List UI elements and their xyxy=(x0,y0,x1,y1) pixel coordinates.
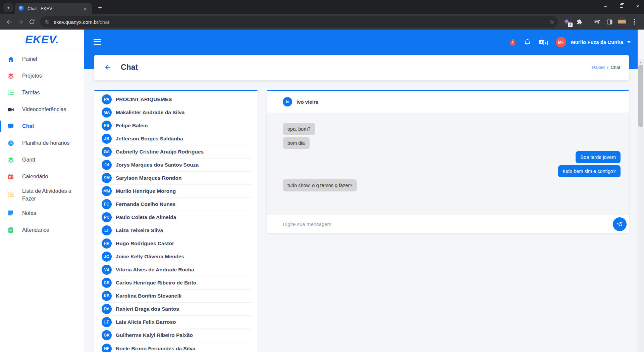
contact-name: Paulo Coleta de Almeida xyxy=(116,214,176,220)
contact-list-item[interactable]: Rd Ranieri Braga dos Santos xyxy=(100,303,252,316)
sidebar-item[interactable]: Attendance xyxy=(0,221,84,238)
timer-button[interactable] xyxy=(509,39,516,46)
home-icon xyxy=(7,56,14,63)
media-controls-button[interactable] xyxy=(592,17,602,27)
scrollbar-thumb[interactable] xyxy=(638,65,643,127)
message-composer xyxy=(267,215,629,233)
bookmark-star-icon[interactable]: ☆ xyxy=(549,18,554,26)
contact-avatar: LF xyxy=(102,317,112,327)
user-avatar[interactable]: MF xyxy=(556,37,566,47)
contact-name: Ranieri Braga dos Santos xyxy=(116,306,179,312)
page-scrollbar[interactable]: ▲ ▼ xyxy=(638,59,644,352)
contact-list-item[interactable]: JO Joice Kelly Oliveira Mendes xyxy=(100,250,252,263)
tab-favicon xyxy=(19,6,24,11)
notifications-button[interactable] xyxy=(524,39,531,46)
contact-list-item[interactable]: PA PROCINT ARIQUEMES xyxy=(100,93,252,106)
contact-list-item[interactable]: MM Murilo Henrique Morong xyxy=(100,185,252,198)
contact-avatar: Vd xyxy=(102,265,112,275)
clipboard-check-icon xyxy=(7,226,14,233)
sidebar-item[interactable]: Videoconferências xyxy=(0,101,84,118)
browser-menu-button[interactable] xyxy=(629,17,639,27)
user-name[interactable]: Murilo Fuza da Cunha xyxy=(571,39,623,45)
send-button[interactable] xyxy=(613,217,627,231)
breadcrumb-painel-link[interactable]: Painel xyxy=(592,65,605,70)
sidebar-item[interactable]: Gantt xyxy=(0,151,84,168)
chat-peer-header: iv ivo vieira xyxy=(267,91,629,113)
contact-avatar: KB xyxy=(102,291,112,301)
contact-list-item[interactable]: SM Sarylson Marques Rondon xyxy=(100,172,252,185)
contact-list-item[interactable]: MA Makalister Andrade da Silva xyxy=(100,106,252,119)
breadcrumb-separator: / xyxy=(607,65,608,70)
contact-list-item[interactable]: GK Guilherme Kalyl Ribeiro Paixão xyxy=(100,329,252,342)
chevron-down-icon[interactable] xyxy=(627,41,631,43)
message-input[interactable] xyxy=(283,221,613,227)
layers-icon xyxy=(7,157,14,164)
contact-list-item[interactable]: KB Karolina Bonfim Stevanelli xyxy=(100,290,252,303)
logo-container[interactable]: EKEV. xyxy=(0,30,84,50)
calendar-icon xyxy=(7,173,14,180)
contact-avatar: SM xyxy=(102,173,112,183)
svg-text:★: ★ xyxy=(544,41,547,44)
navbar-right: A★ MF Murilo Fuza da Cunha xyxy=(509,30,631,55)
back-button[interactable] xyxy=(3,16,15,28)
tab-search-caret-icon[interactable]: ▾ xyxy=(3,3,13,12)
contact-list-item[interactable]: Jd Jorys Marques dos Santos Souza xyxy=(100,159,252,172)
contact-list-item[interactable]: FB Felipe Balem xyxy=(100,119,252,132)
svg-text:A: A xyxy=(540,40,543,44)
url-path: /chat xyxy=(98,19,109,25)
chat-message-bubble: opa, bom? xyxy=(283,123,315,135)
peer-name: ivo vieira xyxy=(297,99,318,105)
contact-list-item[interactable]: LF Laís Alicia Felix Barroso xyxy=(100,316,252,329)
breadcrumb: Painel / Chat xyxy=(592,65,620,70)
window-minimize-button[interactable]: – xyxy=(602,2,609,10)
sidebar-item[interactable]: Chat xyxy=(0,118,84,135)
contact-list-item[interactable]: FC Fernanda Coelho Nunes xyxy=(100,198,252,211)
contact-list-item[interactable]: HR Hugo Rodrigues Castor xyxy=(100,237,252,250)
contact-list-item[interactable]: LT Laiza Teixeira Silva xyxy=(100,224,252,237)
browser-tab[interactable]: Chat - EKEV × xyxy=(15,3,92,14)
sidebar-item[interactable]: Lista de Atividades a Fazer xyxy=(0,185,84,205)
sidebar-item[interactable]: Projetos xyxy=(0,68,84,84)
window-controls: – ✕ xyxy=(602,0,641,12)
chat-message-bubble: Boa tarde jovem xyxy=(576,151,621,163)
forward-button[interactable] xyxy=(15,16,26,28)
password-extension-button[interactable]: 2 xyxy=(562,17,572,27)
contact-name: Jefferson Borges Saldanha xyxy=(116,136,183,142)
back-button-page[interactable] xyxy=(104,64,111,71)
contact-list-item[interactable]: Vd Vitoria Alves de Andrade Rocha xyxy=(100,263,252,276)
extension-badge: 2 xyxy=(568,23,573,27)
sidebar-item[interactable]: Calendário xyxy=(0,168,84,185)
new-tab-button[interactable]: + xyxy=(96,4,104,12)
contact-name: Fernanda Coelho Nunes xyxy=(116,201,175,207)
peer-avatar: iv xyxy=(283,97,292,106)
browser-profile-button[interactable] xyxy=(617,17,627,27)
browser-tab-strip: ▾ Chat - EKEV × + – ✕ xyxy=(0,0,644,14)
sidebar-item[interactable]: Tarefas xyxy=(0,84,84,101)
url-text[interactable]: ekev.quanyx.com.br/chat xyxy=(54,19,547,25)
sidebar-item[interactable]: Painel xyxy=(0,51,84,68)
contact-list-item[interactable]: JB Jefferson Borges Saldanha xyxy=(100,132,252,145)
contact-list-item[interactable]: GA Gabrielly Cristine Araújo Rodrigues xyxy=(100,145,252,159)
contact-list-item[interactable]: NF Noele Bruno Fernandes da Silva xyxy=(100,342,252,352)
contact-avatar: JO xyxy=(102,252,112,262)
side-panel-icon xyxy=(606,19,613,25)
tab-close-icon[interactable]: × xyxy=(82,5,89,12)
hamburger-menu-icon[interactable] xyxy=(94,39,101,45)
language-button[interactable]: A★ xyxy=(539,39,548,45)
contact-list-item[interactable]: CR Carlos Henrique Ribeiro de Brito xyxy=(100,276,252,290)
scrollbar-up-arrow[interactable]: ▲ xyxy=(638,60,644,64)
extensions-button[interactable] xyxy=(574,17,584,27)
window-close-button[interactable]: ✕ xyxy=(634,2,641,10)
window-restore-button[interactable] xyxy=(618,2,625,10)
url-bar[interactable]: ekev.quanyx.com.br/chat ☆ xyxy=(40,16,558,28)
sidebar-item[interactable]: Planilha de horários xyxy=(0,135,84,151)
side-panel-button[interactable] xyxy=(604,17,614,27)
sidebar-item[interactable]: Notas xyxy=(0,205,84,221)
contact-list-item[interactable]: PC Paulo Coleta de Almeida xyxy=(100,211,252,224)
contact-avatar: Jd xyxy=(102,160,112,170)
reload-button[interactable] xyxy=(26,16,38,28)
site-settings-icon[interactable] xyxy=(42,17,51,26)
contact-avatar: CR xyxy=(102,278,112,288)
back-arrow-icon xyxy=(6,19,12,25)
back-arrow-icon xyxy=(104,64,111,71)
